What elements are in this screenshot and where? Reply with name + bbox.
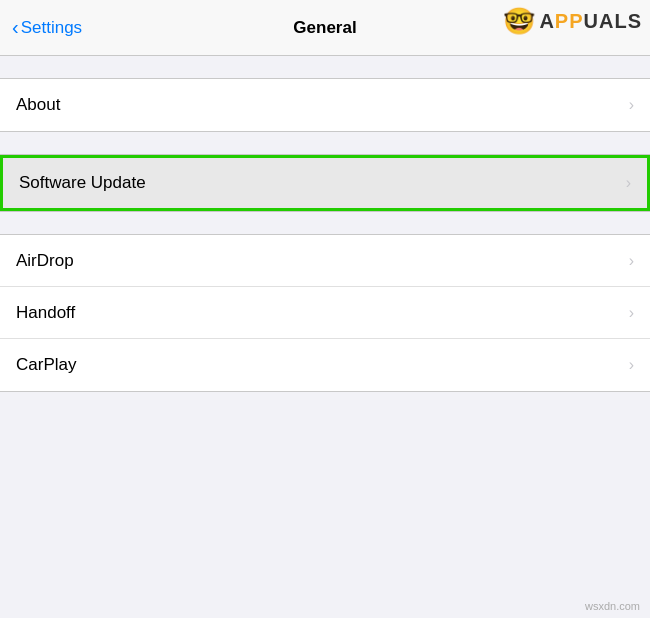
section-group-2: Software Update › bbox=[0, 155, 650, 211]
about-label: About bbox=[16, 95, 60, 115]
handoff-chevron-icon: › bbox=[629, 304, 634, 322]
airdrop-label: AirDrop bbox=[16, 251, 74, 271]
section-group-3: AirDrop › Handoff › CarPlay › bbox=[0, 235, 650, 391]
watermark-emoji-icon: 🤓 bbox=[503, 8, 535, 34]
list-item-about[interactable]: About › bbox=[0, 79, 650, 131]
about-chevron-icon: › bbox=[629, 96, 634, 114]
list-item-handoff[interactable]: Handoff › bbox=[0, 287, 650, 339]
nav-bar: ‹ Settings General 🤓 APPUALS bbox=[0, 0, 650, 56]
software-update-chevron-icon: › bbox=[626, 174, 631, 192]
software-update-label: Software Update bbox=[19, 173, 146, 193]
site-label: wsxdn.com bbox=[585, 596, 640, 614]
screen: ‹ Settings General 🤓 APPUALS About › Sof… bbox=[0, 0, 650, 618]
back-chevron-icon: ‹ bbox=[12, 17, 19, 37]
page-title: General bbox=[293, 18, 356, 38]
carplay-label: CarPlay bbox=[16, 355, 76, 375]
list-item-airdrop[interactable]: AirDrop › bbox=[0, 235, 650, 287]
back-button[interactable]: ‹ Settings bbox=[12, 18, 82, 38]
divider-bottom-3 bbox=[0, 391, 650, 392]
watermark-text: APPUALS bbox=[539, 10, 642, 33]
airdrop-chevron-icon: › bbox=[629, 252, 634, 270]
divider-bottom-1 bbox=[0, 131, 650, 132]
list-item-carplay[interactable]: CarPlay › bbox=[0, 339, 650, 391]
carplay-chevron-icon: › bbox=[629, 356, 634, 374]
list-item-software-update[interactable]: Software Update › bbox=[0, 155, 650, 211]
watermark: 🤓 APPUALS bbox=[503, 8, 642, 34]
handoff-label: Handoff bbox=[16, 303, 75, 323]
section-group-1: About › bbox=[0, 79, 650, 131]
divider-bottom-2 bbox=[0, 211, 650, 212]
back-label: Settings bbox=[21, 18, 82, 38]
